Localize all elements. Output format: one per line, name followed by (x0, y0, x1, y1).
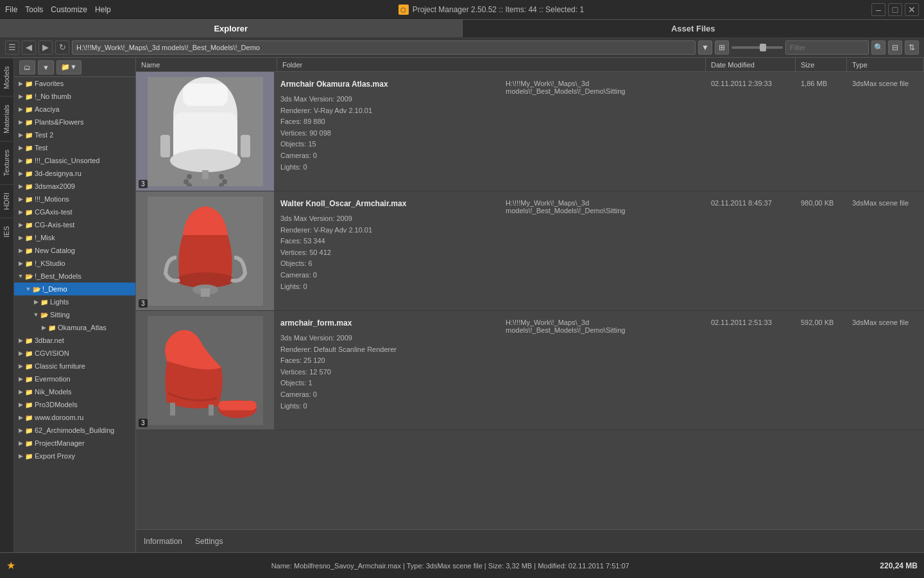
table-row[interactable]: 3 Armchair Okamura Atlas.max 3ds Max Ver… (136, 72, 924, 191)
folder-icon: 📁 (24, 170, 33, 177)
file-list: 3 Armchair Okamura Atlas.max 3ds Max Ver… (136, 72, 924, 529)
star-icon[interactable]: ★ (6, 559, 15, 572)
tree-item-misk[interactable]: ▶ 📁 !_Misk (14, 231, 135, 244)
information-button[interactable]: Information (144, 537, 182, 546)
tree-panel: 🗂 ▼ 📁▼ ▶ 📁 Favorites ▶ 📁 !_No thumb ▶ 📁 … (14, 58, 136, 552)
tree-item-motions[interactable]: ▶ 📁 !!!_Motions (14, 193, 135, 206)
file-type-1: 3dsMax scene file (847, 72, 924, 191)
folder-icon: 📁 (24, 349, 33, 357)
thumbnail-size-slider[interactable] (732, 46, 783, 49)
folder-icon: 📁 (40, 298, 49, 306)
file-name-3: armchair_form.max (280, 319, 494, 328)
main-content: Models Materials Textures HDRI IES 🗂 ▼ 📁… (0, 58, 924, 552)
menu-help[interactable]: Help (95, 5, 111, 14)
menu-tools[interactable]: Tools (25, 5, 43, 14)
chair3-image (148, 316, 263, 425)
svg-rect-26 (209, 405, 214, 416)
side-tab-models[interactable]: Models (0, 58, 13, 96)
tree-item-test[interactable]: ▶ 📁 Test (14, 141, 135, 154)
chair1-image (148, 77, 263, 186)
folder-open-icon: 📂 (32, 285, 41, 293)
tree-item-best-models[interactable]: ▼ 📂 !_Best_Models (14, 270, 135, 283)
tree-item-cg-axis-test[interactable]: ▶ 📁 CG-Axis-test (14, 218, 135, 231)
tree-item-favorites[interactable]: ▶ 📁 Favorites (14, 77, 135, 90)
file-panel: Name Folder Date Modified Size Type (136, 58, 924, 552)
sort-button[interactable]: ⇅ (905, 40, 919, 55)
folder-icon: 📁 (24, 388, 33, 396)
tree-item-exportproxy[interactable]: ▶ 📁 Export Proxy (14, 450, 135, 462)
view-toggle-button[interactable]: ⊞ (715, 40, 729, 55)
slider-handle[interactable] (760, 44, 766, 51)
tree-item-3dbar[interactable]: ▶ 📁 3dbar.net (14, 334, 135, 347)
tree-item-newcatalog[interactable]: ▶ 📁 New Catalog (14, 244, 135, 257)
tree-item-acaciya[interactable]: ▶ 📁 Acaciya (14, 103, 135, 116)
folder-icon: 📁 (24, 105, 33, 113)
tree-item-test2[interactable]: ▶ 📁 Test 2 (14, 128, 135, 141)
folder-icon: 📁 (24, 247, 33, 254)
col-header-folder[interactable]: Folder (277, 58, 706, 71)
menu-file[interactable]: File (5, 5, 17, 14)
tab-asset-files[interactable]: Asset Files (463, 19, 925, 37)
filter-input[interactable] (785, 40, 869, 55)
file-folder-2: H:\!!!My_Work\!_Maps\_3d models\!_Best_M… (501, 191, 706, 310)
maximize-button[interactable]: □ (888, 3, 902, 16)
search-button[interactable]: 🔍 (871, 40, 886, 55)
svg-rect-7 (202, 170, 209, 180)
tree-item-demo[interactable]: ▼ 📂 !_Demo (14, 283, 135, 295)
side-tab-textures[interactable]: Textures (0, 141, 13, 184)
tree-item-kstudio[interactable]: ▶ 📁 !_KStudio (14, 257, 135, 270)
side-tab-materials[interactable]: Materials (0, 96, 13, 141)
file-folder-1: H:\!!!My_Work\!_Maps\_3d models\!_Best_M… (501, 72, 706, 191)
tree-item-okamura-atlas[interactable]: ▶ 📁 Okamura_Atlas (14, 321, 135, 334)
col-header-name[interactable]: Name (136, 58, 277, 71)
table-row[interactable]: 3 Walter Knoll_Oscar_Armchair.max 3ds Ma… (136, 191, 924, 311)
nav-back-button[interactable]: ◀ (22, 40, 36, 55)
path-input[interactable] (72, 40, 696, 55)
menu-customize[interactable]: Customize (51, 5, 87, 14)
folder-icon: 📁 (24, 182, 33, 190)
side-tab-hdri[interactable]: HDRI (0, 184, 13, 218)
tree-item-nik-models[interactable]: ▶ 📁 Nik_Models (14, 385, 135, 398)
tree-item-sitting[interactable]: ▼ 📂 Sitting (14, 308, 135, 321)
tree-item-lights[interactable]: ▶ 📁 Lights (14, 295, 135, 308)
tree-item-plantsflowers[interactable]: ▶ 📁 Plants&Flowers (14, 116, 135, 128)
col-header-type[interactable]: Type (847, 58, 924, 71)
side-tab-ies[interactable]: IES (0, 218, 13, 245)
tree-item-cgvision[interactable]: ▶ 📁 CGVISION (14, 347, 135, 360)
tree-item-pro3dmodels[interactable]: ▶ 📁 Pro3DModels (14, 398, 135, 411)
close-button[interactable]: ✕ (905, 3, 919, 16)
tree-item-cgaxis-test[interactable]: ▶ 📁 CGAxis-test (14, 206, 135, 218)
col-header-date[interactable]: Date Modified (706, 58, 796, 71)
minimize-button[interactable]: – (871, 3, 886, 16)
tree-item-classic-furniture[interactable]: ▶ 📁 Classic furniture (14, 360, 135, 372)
tree-add-btn[interactable]: 📁▼ (56, 60, 81, 74)
nav-refresh-button[interactable]: ↻ (55, 40, 69, 55)
tree-item-nothumb[interactable]: ▶ 📁 !_No thumb (14, 90, 135, 103)
tree-item-projectmanager[interactable]: ▶ 📁 ProjectManager (14, 437, 135, 450)
tree-item-doroom[interactable]: ▶ 📁 www.doroom.ru (14, 411, 135, 424)
path-dropdown-button[interactable]: ▼ (698, 40, 712, 55)
svg-rect-5 (160, 135, 170, 157)
view-columns-button[interactable]: ⊟ (888, 40, 902, 55)
file-name-1: Armchair Okamura Atlas.max (280, 80, 494, 89)
tree-view-btn[interactable]: 🗂 (19, 60, 35, 74)
tab-explorer[interactable]: Explorer (0, 19, 463, 37)
status-size: 220,24 MB (880, 561, 918, 570)
tree-item-evermotion[interactable]: ▶ 📁 Evermotion (14, 372, 135, 385)
settings-button[interactable]: Settings (195, 537, 223, 546)
file-info-3: armchair_form.max 3ds Max Version: 2009 … (274, 311, 501, 430)
svg-point-14 (219, 174, 224, 179)
thumb-count-2: 3 (139, 299, 148, 308)
tree-item-62archi[interactable]: ▶ 📁 62_Archimodels_Building (14, 424, 135, 437)
tree-item-3ddesignya[interactable]: ▶ 📁 3d-designya.ru (14, 167, 135, 180)
folder-icon: 📁 (24, 452, 33, 460)
tree-item-classic-unsorted[interactable]: ▶ 📁 !!!_Classic_Unsorted (14, 154, 135, 167)
nav-forward-button[interactable]: ▶ (38, 40, 53, 55)
tree-options-btn[interactable]: ▼ (38, 60, 54, 74)
col-header-size[interactable]: Size (796, 58, 847, 71)
table-row[interactable]: 3 armchair_form.max 3ds Max Version: 200… (136, 311, 924, 430)
thumbnail-2: 3 (136, 191, 274, 310)
tree-item-3dsmax2009[interactable]: ▶ 📁 3dsmax2009 (14, 180, 135, 193)
folder-icon: 📁 (24, 221, 33, 229)
nav-menu-button[interactable]: ☰ (5, 40, 19, 55)
